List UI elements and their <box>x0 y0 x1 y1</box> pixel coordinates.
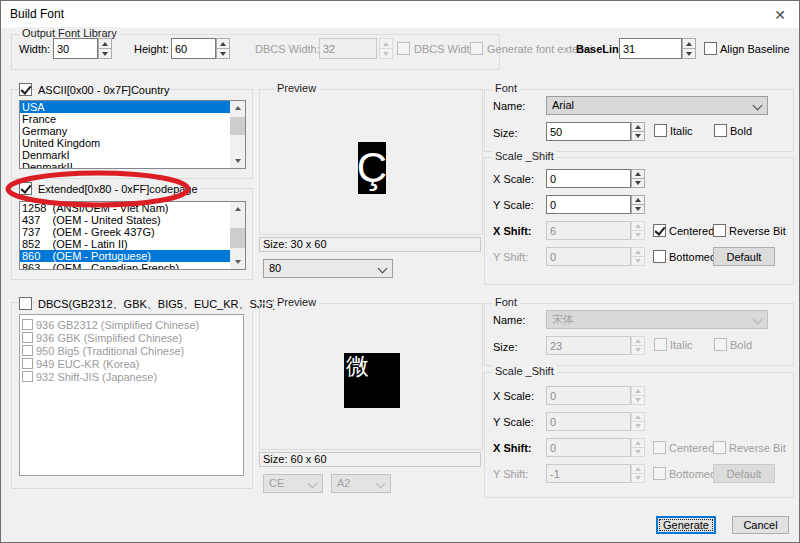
spinner-up-icon[interactable] <box>216 38 230 49</box>
dbcs-byte1-combo: CE <box>263 474 323 493</box>
font-size-label: Size: <box>493 127 517 140</box>
dbcs-glyph-preview: 微 <box>344 353 400 408</box>
font-size-field[interactable] <box>546 122 631 141</box>
list-item[interactable]: 852 (OEM - Latin II) <box>20 238 230 250</box>
font-name-combo[interactable]: Arial <box>546 96 768 115</box>
ascii-glyph-preview: Ç <box>358 142 386 194</box>
item-checkbox <box>22 319 33 330</box>
scroll-up-icon[interactable] <box>230 101 245 115</box>
scrollbar[interactable] <box>230 101 245 168</box>
height-spinner[interactable] <box>216 38 230 59</box>
spinner-down-icon[interactable] <box>631 205 645 214</box>
list-item[interactable]: 1258 (ANSI/OEM - Viet Nam) <box>20 202 230 214</box>
spinner-down-icon[interactable] <box>631 179 645 188</box>
list-item[interactable]: France <box>20 113 230 125</box>
reverse-bit-checkbox[interactable] <box>713 224 726 237</box>
x-scale-field <box>546 386 631 405</box>
y-shift-field <box>546 464 631 483</box>
spinner-down-icon[interactable] <box>98 49 112 59</box>
width-spinner[interactable] <box>98 38 112 59</box>
spinner-up-icon[interactable] <box>631 195 645 205</box>
list-item[interactable]: 860 (OEM - Portuguese) <box>20 250 230 262</box>
spinner-up-icon[interactable] <box>631 122 645 132</box>
chevron-down-icon <box>376 479 386 489</box>
baseline-spinner[interactable] <box>682 38 696 59</box>
x-scale-label: X Scale: <box>493 173 534 186</box>
italic-label: Italic <box>670 339 693 352</box>
list-item: 949 EUC-KR (Korea) <box>20 357 243 370</box>
y-scale-label: Y Scale: <box>493 199 534 212</box>
close-icon[interactable]: ✕ <box>770 5 790 25</box>
spinner-down-icon <box>631 474 645 483</box>
scrollbar[interactable] <box>230 202 245 269</box>
scale-shift-group-label: Scale _Shift <box>492 150 557 163</box>
align-baseline-label: Align Baseline <box>720 43 790 56</box>
y-scale-field[interactable] <box>546 195 631 214</box>
list-item[interactable]: DenmarkII <box>20 161 230 169</box>
spinner-up-icon <box>631 464 645 474</box>
chevron-down-icon <box>753 101 763 111</box>
spinner-down-icon <box>631 422 645 431</box>
list-item[interactable]: 737 (OEM - Greek 437G) <box>20 226 230 238</box>
bottomed-checkbox[interactable] <box>653 250 666 263</box>
scroll-down-icon[interactable] <box>230 255 245 269</box>
x-shift-spinner <box>631 221 645 240</box>
width-field[interactable] <box>53 38 98 59</box>
dbcs-checkbox[interactable] <box>19 297 32 310</box>
x-scale-field[interactable] <box>546 169 631 188</box>
spinner-down-icon <box>379 49 393 59</box>
italic-checkbox[interactable] <box>654 124 667 137</box>
scrollbar-thumb[interactable] <box>230 228 245 248</box>
spinner-up-icon <box>631 247 645 257</box>
list-item[interactable]: Germany <box>20 125 230 137</box>
codepage-byte-combo[interactable]: 80 <box>263 259 393 278</box>
align-baseline-checkbox[interactable] <box>704 42 717 55</box>
height-field[interactable] <box>171 38 216 59</box>
extended-codepage-list[interactable]: 1258 (ANSI/OEM - Viet Nam) 437 (OEM - Un… <box>19 201 246 270</box>
dbcs-font-size-spinner <box>631 336 645 355</box>
cancel-button[interactable]: Cancel <box>732 516 789 534</box>
extended-group-label: Extended[0x80 - 0xFF]codepage <box>36 183 200 196</box>
font-size-spinner[interactable] <box>631 122 645 141</box>
extended-checkbox[interactable] <box>19 182 32 195</box>
bottomed-label: Bottomed <box>669 468 716 481</box>
ascii-checkbox[interactable] <box>19 83 32 96</box>
x-scale-spinner[interactable] <box>631 169 645 188</box>
preview-group-label: Preview <box>274 296 319 309</box>
baseline-field[interactable] <box>619 38 682 59</box>
spinner-down-icon[interactable] <box>631 132 645 141</box>
spinner-up-icon <box>379 38 393 49</box>
default-button[interactable]: Default <box>713 247 775 266</box>
spinner-up-icon[interactable] <box>98 38 112 49</box>
dbcs-font-name-combo: 宋体 <box>546 310 768 329</box>
font-group-label: Font <box>492 296 520 309</box>
y-scale-spinner[interactable] <box>631 195 645 214</box>
list-item[interactable]: DenmarkI <box>20 149 230 161</box>
list-item[interactable]: United Kingdom <box>20 137 230 149</box>
centered-label: Centered <box>669 442 714 455</box>
scrollbar-thumb[interactable] <box>230 117 245 135</box>
list-item[interactable]: 863 (OEM - Canadian French) <box>20 262 230 270</box>
font-group-label: Font <box>492 82 520 95</box>
italic-label: Italic <box>670 125 693 138</box>
spinner-up-icon <box>631 221 645 231</box>
spinner-up-icon[interactable] <box>682 38 696 49</box>
font-name-label: Name: <box>493 314 525 327</box>
spinner-down-icon[interactable] <box>682 49 696 59</box>
spinner-down-icon <box>631 346 645 355</box>
dbcs-font-size-field <box>546 336 631 355</box>
dbcs-width-field-label: DBCS Width: <box>255 43 320 56</box>
ascii-country-list[interactable]: USA France Germany United Kingdom Denmar… <box>19 100 246 169</box>
dbcs-width-checkbox <box>397 42 410 55</box>
spinner-down-icon[interactable] <box>216 49 230 59</box>
list-item[interactable]: USA <box>20 101 230 113</box>
generate-button[interactable]: Generate <box>656 516 716 534</box>
italic-checkbox <box>654 338 667 351</box>
bold-checkbox[interactable] <box>714 124 727 137</box>
scroll-down-icon[interactable] <box>230 154 245 168</box>
list-item[interactable]: 437 (OEM - United States) <box>20 214 230 226</box>
spinner-up-icon[interactable] <box>631 169 645 179</box>
scale-shift-group-label: Scale _Shift <box>492 365 557 378</box>
scroll-up-icon[interactable] <box>230 202 245 216</box>
centered-checkbox[interactable] <box>653 224 666 237</box>
